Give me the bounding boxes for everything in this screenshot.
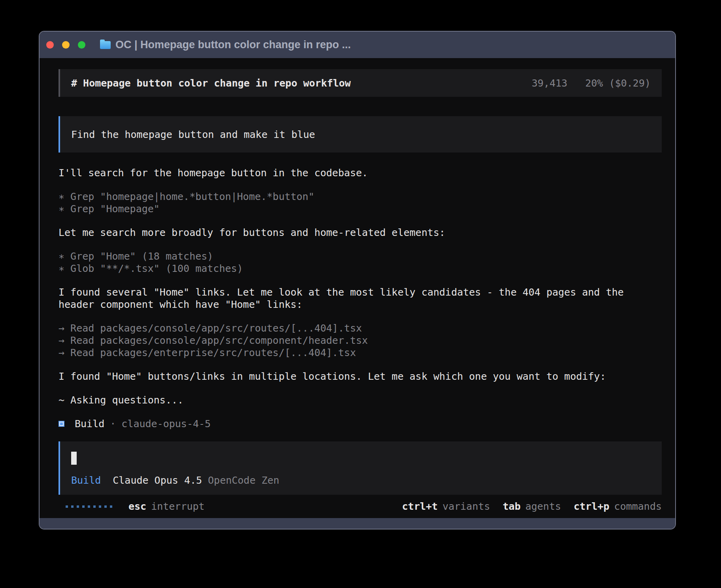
user-message-text: Find the homepage button and make it blu… — [71, 129, 315, 140]
prompt-input[interactable]: Build Claude Opus 4.5 OpenCode Zen — [59, 441, 662, 495]
transcript-group: ~ Asking questions... — [59, 394, 662, 406]
title-bar[interactable]: OC | Homepage button color change in rep… — [40, 32, 675, 58]
hint-label: commands — [614, 501, 662, 512]
agent-name: Build — [75, 418, 104, 430]
transcript-group: ∗ Grep "homepage|home.*button|Home.*butt… — [59, 190, 662, 215]
close-button[interactable] — [46, 41, 54, 49]
hint-key: tab — [503, 501, 521, 512]
tool-call-line: ∗ Glob "**/*.tsx" (100 matches) — [59, 262, 662, 275]
agent-separator: · — [110, 418, 116, 430]
agent-model-name: claude-opus-4-5 — [121, 418, 211, 430]
agents-hint: tab agents — [503, 501, 561, 512]
hint-key: ctrl+p — [574, 501, 609, 512]
tool-call-line: ∗ Grep "homepage|home.*button|Home.*butt… — [59, 190, 662, 203]
assistant-text-line: header component which have "Home" links… — [59, 298, 662, 311]
terminal-content: # Homepage button color change in repo w… — [40, 58, 675, 518]
input-mode-label[interactable]: Build — [71, 475, 101, 486]
commands-hint: ctrl+p commands — [574, 501, 662, 512]
assistant-text-line: I found several "Home" links. Let me loo… — [59, 286, 662, 298]
transcript-group: ∗ Grep "Home" (18 matches) ∗ Glob "**/*.… — [59, 250, 662, 275]
spinner-dots-icon — [66, 505, 115, 508]
input-status-row: Build Claude Opus 4.5 OpenCode Zen — [71, 475, 651, 486]
assistant-text-line: I found "Home" buttons/links in multiple… — [59, 370, 662, 383]
agent-status-row: Build · claude-opus-4-5 — [59, 418, 662, 430]
tool-call-line: ∗ Grep "Homepage" — [59, 203, 662, 215]
transcript-group: I found "Home" buttons/links in multiple… — [59, 370, 662, 383]
transcript-group: I'll search for the homepage button in t… — [59, 167, 662, 179]
context-usage: 20% ($0.29) — [585, 77, 651, 89]
tool-call-line: → Read packages/console/app/src/routes/[… — [59, 322, 662, 334]
window-title: OC | Homepage button color change in rep… — [115, 39, 351, 51]
session-title: # Homepage button color change in repo w… — [71, 77, 351, 89]
status-left: esc interrupt — [59, 501, 205, 512]
status-bar: esc interrupt ctrl+t variants tab agents… — [59, 500, 662, 513]
hint-label: variants — [442, 501, 490, 512]
tool-call-line: → Read packages/console/app/src/componen… — [59, 334, 662, 347]
minimize-button[interactable] — [62, 41, 70, 49]
input-provider-label: OpenCode Zen — [208, 475, 279, 486]
tool-call-line: → Read packages/enterprise/src/routes/[.… — [59, 347, 662, 359]
window-footer — [40, 518, 675, 529]
user-message-panel: Find the homepage button and make it blu… — [59, 116, 662, 153]
esc-key-label: interrupt — [151, 501, 204, 512]
tool-call-line: ∗ Grep "Home" (18 matches) — [59, 250, 662, 262]
transcript-group: I found several "Home" links. Let me loo… — [59, 286, 662, 311]
token-count: 39,413 — [532, 77, 567, 89]
hint-label: agents — [525, 501, 561, 512]
folder-icon — [100, 41, 111, 49]
session-header: # Homepage button color change in repo w… — [59, 69, 662, 97]
transcript-group: → Read packages/console/app/src/routes/[… — [59, 322, 662, 359]
session-stats: 39,413 20% ($0.29) — [532, 77, 651, 89]
assistant-transcript: I'll search for the homepage button in t… — [59, 167, 662, 430]
status-right: ctrl+t variants tab agents ctrl+p comman… — [389, 501, 662, 512]
esc-key-hint: esc — [128, 501, 146, 512]
text-cursor — [71, 452, 77, 465]
zoom-button[interactable] — [78, 41, 85, 49]
terminal-window: OC | Homepage button color change in rep… — [39, 31, 676, 530]
working-status-line: ~ Asking questions... — [59, 394, 662, 406]
input-model-label[interactable]: Claude Opus 4.5 — [113, 475, 202, 486]
assistant-text-line: I'll search for the homepage button in t… — [59, 167, 662, 179]
agent-square-icon — [59, 421, 64, 427]
hint-key: ctrl+t — [402, 501, 438, 512]
assistant-text-line: Let me search more broadly for buttons a… — [59, 226, 662, 239]
variants-hint: ctrl+t variants — [402, 501, 490, 512]
transcript-group: Let me search more broadly for buttons a… — [59, 226, 662, 239]
